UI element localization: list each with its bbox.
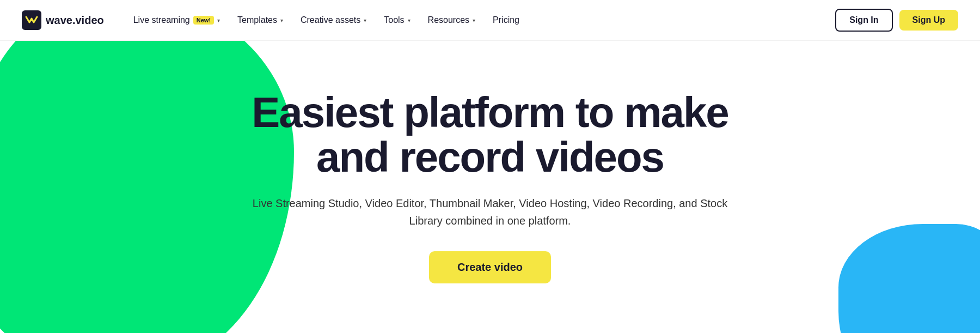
hero-content: Easiest platform to make and record vide…: [231, 90, 749, 284]
nav-label-creative-assets: Creative assets: [301, 15, 360, 25]
nav-label-resources: Resources: [428, 15, 469, 25]
nav-label-live-streaming: Live streaming: [133, 15, 190, 25]
chevron-down-icon: ▾: [364, 17, 366, 23]
nav-item-pricing[interactable]: Pricing: [485, 11, 527, 29]
navbar: wave.video Live streaming New! ▾ Templat…: [0, 0, 980, 41]
hero-section: Easiest platform to make and record vide…: [0, 41, 980, 333]
nav-item-tools[interactable]: Tools ▾: [376, 11, 418, 29]
logo[interactable]: wave.video: [22, 10, 104, 30]
signin-button[interactable]: Sign In: [835, 9, 892, 32]
signup-button[interactable]: Sign Up: [899, 10, 958, 31]
blue-blob-decoration: [838, 224, 980, 333]
chevron-down-icon: ▾: [217, 17, 220, 23]
chevron-down-icon: ▾: [473, 17, 475, 23]
create-video-button[interactable]: Create video: [429, 251, 551, 283]
nav-item-resources[interactable]: Resources ▾: [420, 11, 483, 29]
chevron-down-icon: ▾: [408, 17, 411, 23]
chevron-down-icon: ▾: [280, 17, 283, 23]
new-badge: New!: [193, 16, 214, 25]
nav-item-creative-assets[interactable]: Creative assets ▾: [293, 11, 374, 29]
nav-label-templates: Templates: [237, 15, 277, 25]
logo-icon: [22, 10, 41, 30]
hero-title: Easiest platform to make and record vide…: [242, 90, 738, 180]
nav-right: Sign In Sign Up: [835, 9, 958, 32]
nav-items: Live streaming New! ▾ Templates ▾ Creati…: [126, 11, 836, 29]
nav-label-pricing: Pricing: [493, 15, 519, 25]
hero-subtitle: Live Streaming Studio, Video Editor, Thu…: [242, 195, 738, 229]
nav-item-templates[interactable]: Templates ▾: [230, 11, 291, 29]
nav-label-tools: Tools: [384, 15, 404, 25]
nav-item-live-streaming[interactable]: Live streaming New! ▾: [126, 11, 228, 29]
logo-text: wave.video: [46, 14, 104, 27]
